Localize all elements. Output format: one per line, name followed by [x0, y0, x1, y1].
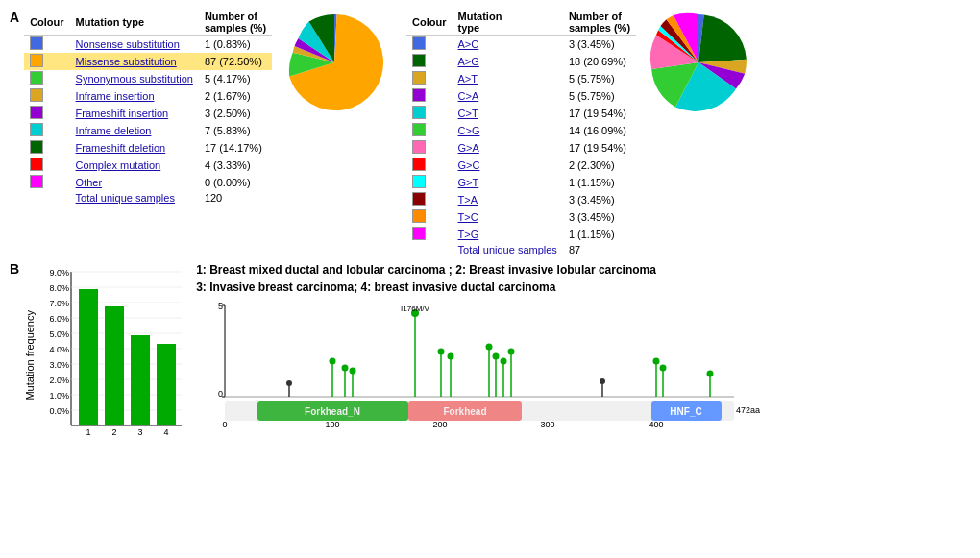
section-a-left: Colour Mutation type Number ofsamples (%… [24, 10, 387, 256]
mutation-cell[interactable]: Inframe insertion [70, 87, 199, 105]
right-col-mutation-header: Mutationtype [453, 10, 563, 36]
count-cell: 5 (5.75%) [563, 87, 636, 105]
color-cell [406, 70, 452, 87]
count-cell: 4 (3.33%) [199, 157, 272, 174]
color-cell [24, 122, 69, 139]
color-cell [24, 36, 69, 54]
count-cell: 2 (2.30%) [563, 157, 636, 174]
bar-chart-section: Mutation frequency 9.0% 8.0% 7.0% 6.0% 5… [24, 261, 186, 449]
count-cell: 3 (2.50%) [199, 105, 272, 122]
count-cell: 17 (19.54%) [563, 139, 636, 157]
color-cell [406, 174, 452, 191]
table-row: Missense substitution 87 (72.50%) [24, 53, 272, 70]
main-container: A Colour Mutation type Number ofsamples … [0, 0, 980, 558]
svg-point-63 [660, 365, 667, 372]
color-cell [406, 157, 452, 174]
description-line2: 3: Invasive breast carcinoma; 4: breast … [196, 280, 555, 294]
mutation-cell[interactable]: Missense substitution [70, 53, 199, 70]
count-cell: 17 (14.17%) [199, 139, 272, 157]
table-row: C>T 17 (19.54%) [406, 105, 636, 122]
section-a: A Colour Mutation type Number ofsamples … [10, 10, 970, 256]
mutation-cell[interactable]: A>G [453, 53, 563, 70]
svg-point-53 [493, 353, 500, 360]
svg-text:7.0%: 7.0% [50, 299, 70, 308]
count-cell: 7 (5.83%) [199, 122, 272, 139]
bar-3 [131, 335, 150, 425]
mutation-cell[interactable]: T>G [453, 226, 563, 243]
right-col-colour-header: Colour [406, 10, 452, 36]
svg-point-41 [342, 365, 349, 372]
color-cell [406, 53, 452, 70]
mutation-cell[interactable]: Other [70, 174, 199, 191]
mutation-cell[interactable]: A>C [453, 36, 563, 54]
section-a-label: A [10, 10, 19, 256]
right-col-count-header: Number ofsamples (%) [563, 10, 636, 36]
svg-text:2.0%: 2.0% [50, 376, 70, 385]
svg-text:0.0%: 0.0% [50, 406, 70, 416]
table-row: C>A 5 (5.75%) [406, 87, 636, 105]
svg-point-57 [508, 349, 515, 355]
count-cell: 17 (19.54%) [563, 105, 636, 122]
table-row: Inframe insertion 2 (1.67%) [24, 87, 272, 105]
svg-point-39 [330, 358, 336, 365]
count-cell: 1 (0.83%) [199, 36, 272, 54]
mutation-cell[interactable]: T>C [453, 208, 563, 226]
total-row: Total unique samples87 [406, 243, 636, 256]
svg-text:HNF_C: HNF_C [670, 406, 701, 417]
mutation-cell[interactable]: Frameshift deletion [70, 139, 199, 157]
svg-text:400: 400 [649, 420, 664, 429]
table-row: Frameshift deletion 17 (14.17%) [24, 139, 272, 157]
color-cell [24, 87, 69, 105]
mutation-cell[interactable]: G>T [453, 174, 563, 191]
mutation-cell[interactable]: Complex mutation [70, 157, 199, 174]
svg-text:9.0%: 9.0% [50, 268, 70, 278]
total-label[interactable]: Total unique samples [453, 243, 563, 256]
lollipop-svg: 5 0 Forkhead_N Forkhead [196, 301, 763, 449]
mutation-cell[interactable]: G>C [453, 157, 563, 174]
table-row: A>T 5 (5.75%) [406, 70, 636, 87]
color-cell [406, 87, 452, 105]
color-cell [406, 122, 452, 139]
table-row: Frameshift insertion 3 (2.50%) [24, 105, 272, 122]
mutation-cell[interactable]: C>G [453, 122, 563, 139]
color-cell [406, 36, 452, 54]
svg-text:5.0%: 5.0% [50, 329, 70, 339]
table-row: A>C 3 (3.45%) [406, 36, 636, 54]
table-row: G>T 1 (1.15%) [406, 174, 636, 191]
mutation-cell[interactable]: T>A [453, 191, 563, 208]
svg-text:2: 2 [112, 427, 117, 437]
total-value: 120 [199, 191, 272, 205]
count-cell: 3 (3.45%) [563, 208, 636, 226]
mutation-cell[interactable]: C>A [453, 87, 563, 105]
mutation-cell[interactable]: Nonsense substitution [70, 36, 199, 54]
mutation-cell[interactable]: C>T [453, 105, 563, 122]
left-pie-container [282, 10, 387, 115]
svg-point-51 [486, 344, 493, 351]
count-cell: 5 (5.75%) [563, 70, 636, 87]
color-cell [24, 53, 69, 70]
svg-point-45 [286, 380, 292, 386]
color-cell [24, 70, 69, 87]
color-cell [24, 105, 69, 122]
table-row: Inframe deletion 7 (5.83%) [24, 122, 272, 139]
svg-point-55 [501, 358, 507, 365]
svg-point-47 [438, 349, 445, 355]
count-cell: 87 (72.50%) [199, 53, 272, 70]
right-legend-table: Colour Mutationtype Number ofsamples (%)… [406, 10, 636, 256]
mutation-cell[interactable]: Synonymous substitution [70, 70, 199, 87]
svg-text:0: 0 [223, 420, 228, 429]
svg-point-49 [448, 353, 454, 360]
table-row: Other 0 (0.00%) [24, 174, 272, 191]
mutation-cell[interactable]: Inframe deletion [70, 122, 199, 139]
table-row: G>C 2 (2.30%) [406, 157, 636, 174]
color-cell [406, 139, 452, 157]
total-label[interactable]: Total unique samples [70, 191, 199, 205]
total-row: Total unique samples120 [24, 191, 272, 205]
svg-point-59 [600, 378, 605, 384]
mutation-cell[interactable]: Frameshift insertion [70, 105, 199, 122]
bar-chart-svg: 9.0% 8.0% 7.0% 6.0% 5.0% 4.0% 3.0% 2.0% … [37, 267, 186, 445]
bar-2 [105, 306, 124, 425]
mutation-cell[interactable]: G>A [453, 139, 563, 157]
I176MV-label: I176M/V [401, 304, 429, 313]
mutation-cell[interactable]: A>T [453, 70, 563, 87]
